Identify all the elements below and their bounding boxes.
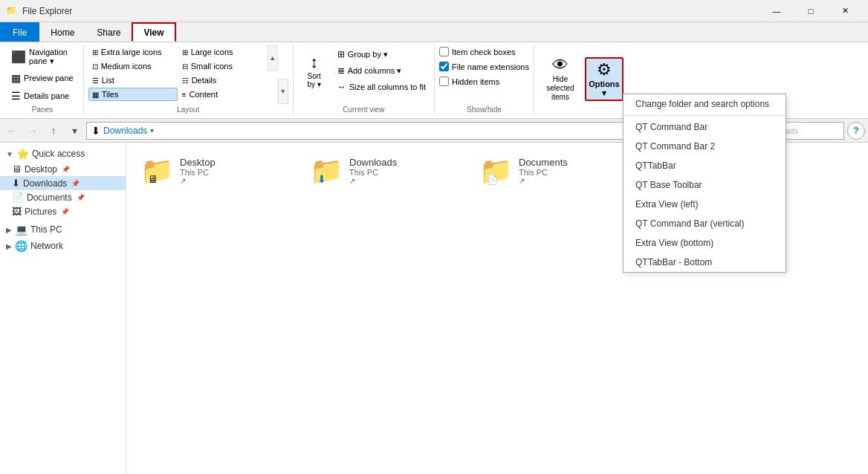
preview-pane-label: Preview pane bbox=[24, 74, 74, 82]
up-button[interactable]: ↑ bbox=[45, 122, 62, 140]
extra-large-icons-button[interactable]: ⊞ Extra large icons bbox=[88, 45, 178, 59]
ribbon-group-layout: ⊞ Extra large icons ⊞ Large icons ⊡ Medi… bbox=[84, 45, 294, 115]
file-name-extensions-label: File name extensions bbox=[452, 62, 529, 71]
item-check-boxes-checkbox[interactable] bbox=[439, 47, 449, 56]
documents-pin-icon: 📌 bbox=[77, 194, 85, 201]
network-arrow: ▶ bbox=[6, 242, 12, 250]
layout-scroll-down[interactable]: ▼ bbox=[278, 79, 288, 104]
navigation-pane-label: Navigationpane ▾ bbox=[29, 48, 68, 66]
add-columns-button[interactable]: ≣ Add columns ▾ bbox=[334, 63, 430, 78]
close-button[interactable]: ✕ bbox=[828, 0, 862, 22]
details-pane-button[interactable]: ☰ Details pane bbox=[6, 88, 79, 104]
address-path-icon: ⬇ bbox=[91, 125, 100, 137]
layout-label: Layout bbox=[177, 104, 199, 115]
size-all-icon: ↔ bbox=[337, 82, 346, 92]
navigation-pane-icon: ⬛ bbox=[11, 50, 26, 64]
sort-button[interactable]: ↕ Sortby ▾ bbox=[298, 45, 331, 96]
documents-folder-name: Documents bbox=[519, 157, 568, 168]
group-by-button[interactable]: ⊞ Group by ▾ bbox=[334, 47, 430, 62]
desktop-sidebar-icon: 🖥 bbox=[12, 163, 22, 175]
window-title: File Explorer bbox=[22, 6, 760, 16]
folder-item-desktop[interactable]: 📁 🖥 Desktop This PC ↗ bbox=[134, 150, 297, 192]
ribbon-group-show-hide: Item check boxes File name extensions Hi… bbox=[435, 45, 534, 115]
dropdown-item-7[interactable]: Extra View (bottom) bbox=[624, 233, 786, 253]
dropdown-item-2[interactable]: QT Command Bar 2 bbox=[624, 137, 786, 156]
sidebar-item-documents[interactable]: 📄 Documents 📌 bbox=[0, 190, 126, 204]
sidebar-item-this-pc[interactable]: ▶ 💻 This PC bbox=[0, 221, 126, 238]
hidden-items-row: Hidden items bbox=[439, 75, 499, 88]
folder-item-documents[interactable]: 📁 📄 Documents This PC ↗ bbox=[473, 150, 636, 192]
size-all-columns-button[interactable]: ↔ Size all columns to fit bbox=[334, 79, 430, 94]
address-bar[interactable]: ⬇ Downloads ▾ bbox=[86, 122, 707, 140]
hide-selected-button[interactable]: 👁 Hide selecteditems bbox=[539, 53, 582, 104]
tab-file[interactable]: File bbox=[0, 22, 39, 42]
layout-scroll-up[interactable]: ▲ bbox=[268, 45, 278, 71]
show-hide-label: Show/hide bbox=[467, 104, 502, 115]
content-icon: ≡ bbox=[182, 91, 187, 99]
details-pane-icon: ☰ bbox=[11, 90, 21, 102]
desktop-pin-icon: 📌 bbox=[62, 166, 70, 173]
large-icons-button[interactable]: ⊞ Large icons bbox=[178, 45, 268, 59]
preview-pane-icon: ▦ bbox=[11, 72, 21, 84]
hidden-items-checkbox[interactable] bbox=[439, 77, 449, 86]
dropdown-item-8[interactable]: QTTabBar - Bottom bbox=[624, 253, 786, 272]
list-button[interactable]: ☰ List bbox=[88, 74, 178, 87]
sidebar-item-desktop[interactable]: 🖥 Desktop 📌 bbox=[0, 162, 126, 176]
panes-buttons: ⬛ Navigationpane ▾ ▦ Preview pane ☰ Deta… bbox=[6, 45, 79, 104]
desktop-folder-name: Desktop bbox=[180, 157, 216, 168]
quick-access-icon: ⭐ bbox=[16, 148, 29, 160]
tab-view[interactable]: View bbox=[132, 22, 175, 42]
add-columns-icon: ≣ bbox=[337, 65, 345, 76]
window-controls: — □ ✕ bbox=[760, 0, 862, 22]
small-icon: ⊟ bbox=[182, 62, 188, 71]
hidden-items-label: Hidden items bbox=[452, 77, 499, 86]
options-icon: ⚙ bbox=[597, 60, 612, 79]
desktop-folder-icon: 📁 🖥 bbox=[140, 155, 174, 186]
dropdown-item-0[interactable]: Change folder and search options bbox=[624, 94, 786, 114]
details-button[interactable]: ☷ Details bbox=[178, 74, 268, 87]
maximize-button[interactable]: □ bbox=[794, 0, 828, 22]
options-label: Options ▾ bbox=[588, 79, 621, 98]
sidebar-item-pictures[interactable]: 🖼 Pictures 📌 bbox=[0, 204, 126, 218]
tiles-button[interactable]: ▦ Tiles bbox=[88, 88, 178, 101]
sidebar-item-downloads[interactable]: ⬇ Downloads 📌 bbox=[0, 176, 126, 190]
preview-pane-button[interactable]: ▦ Preview pane bbox=[6, 70, 79, 86]
recent-locations-button[interactable]: ▾ bbox=[65, 122, 83, 140]
item-check-boxes-row: Item check boxes bbox=[439, 45, 516, 58]
dropdown-item-3[interactable]: QTTabBar bbox=[624, 156, 786, 175]
extra-large-icon: ⊞ bbox=[92, 48, 98, 56]
file-name-extensions-checkbox[interactable] bbox=[439, 62, 449, 71]
forward-button[interactable]: → bbox=[24, 122, 42, 140]
layout-buttons: ⊞ Extra large icons ⊞ Large icons ⊡ Medi… bbox=[88, 45, 268, 101]
minimize-button[interactable]: — bbox=[760, 0, 794, 22]
desktop-folder-sub: This PC bbox=[180, 168, 216, 177]
folder-item-downloads[interactable]: 📁 ⬇ Downloads This PC ↗ bbox=[303, 150, 467, 192]
options-button[interactable]: ⚙ Options ▾ bbox=[585, 57, 624, 101]
dropdown-item-6[interactable]: QT Command Bar (vertical) bbox=[624, 214, 786, 233]
navigation-pane-button[interactable]: ⬛ Navigationpane ▾ bbox=[6, 45, 79, 68]
help-button[interactable]: ? bbox=[847, 122, 865, 140]
large-icon: ⊞ bbox=[182, 48, 188, 56]
sidebar-item-quick-access[interactable]: ▼ ⭐ Quick access bbox=[0, 146, 126, 162]
medium-icons-button[interactable]: ⊡ Medium icons bbox=[88, 59, 178, 73]
network-label: Network bbox=[30, 241, 63, 251]
downloads-folder-name: Downloads bbox=[349, 157, 397, 168]
small-icons-button[interactable]: ⊟ Small icons bbox=[178, 59, 268, 73]
downloads-icon-overlay: ⬇ bbox=[317, 173, 326, 185]
content-button[interactable]: ≡ Content bbox=[178, 88, 268, 101]
this-pc-icon: 💻 bbox=[15, 224, 27, 236]
downloads-folder-arrow: ↗ bbox=[349, 177, 397, 185]
details-icon: ☷ bbox=[182, 77, 189, 85]
tab-home[interactable]: Home bbox=[39, 22, 85, 42]
back-button[interactable]: ← bbox=[3, 122, 21, 140]
tab-share[interactable]: Share bbox=[85, 22, 132, 42]
tiles-icon: ▦ bbox=[92, 91, 99, 99]
title-bar: 📁 File Explorer — □ ✕ bbox=[0, 0, 868, 22]
downloads-pin-icon: 📌 bbox=[71, 180, 80, 187]
dropdown-item-4[interactable]: QT Base Toolbar bbox=[624, 175, 786, 195]
desktop-folder-arrow: ↗ bbox=[180, 177, 216, 185]
sidebar-item-network[interactable]: ▶ 🌐 Network bbox=[0, 238, 126, 254]
options-dropdown: Change folder and search options QT Comm… bbox=[623, 94, 786, 273]
dropdown-item-5[interactable]: Extra View (left) bbox=[624, 195, 786, 214]
dropdown-item-1[interactable]: QT Command Bar bbox=[624, 117, 786, 137]
